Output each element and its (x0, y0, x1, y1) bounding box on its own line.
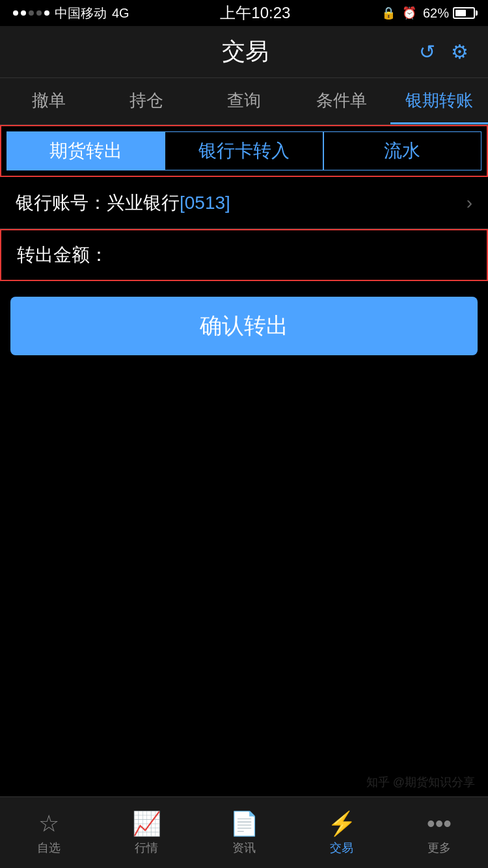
header-icons: ↺ ⚙ (419, 40, 468, 63)
sub-tabs: 期货转出 银行卡转入 流水 (0, 125, 488, 177)
bank-account-number: [0513] (180, 193, 230, 213)
more-icon: ••• (427, 810, 452, 837)
chart-icon: 📈 (132, 810, 161, 837)
battery-area: 62% (423, 6, 475, 21)
bank-prefix: 银行账号：兴业银行 (16, 193, 180, 213)
bottom-nav-行情[interactable]: 📈 行情 (98, 797, 195, 868)
amount-input[interactable] (108, 245, 471, 265)
star-icon: ☆ (38, 810, 59, 837)
watermark: 知乎 @期货知识分享 (366, 774, 475, 790)
network-label: 4G (112, 6, 129, 21)
battery-icon (453, 7, 475, 19)
bottom-nav-label-2: 资讯 (232, 840, 256, 856)
tab-查询[interactable]: 查询 (195, 78, 293, 124)
settings-button[interactable]: ⚙ (451, 40, 468, 63)
bottom-nav-label-4: 更多 (427, 840, 451, 856)
app-header: 交易 ↺ ⚙ (0, 26, 488, 78)
confirm-transfer-button[interactable]: 确认转出 (10, 297, 478, 355)
bottom-nav-label-3: 交易 (330, 840, 353, 856)
transfer-amount-row[interactable]: 转出金额： (0, 229, 488, 281)
bottom-nav-交易[interactable]: ⚡ 交易 (293, 797, 390, 868)
status-time: 上午10:23 (220, 3, 290, 23)
tab-银期转账[interactable]: 银期转账 (390, 78, 488, 124)
subtab-流水[interactable]: 流水 (323, 131, 481, 170)
trade-icon: ⚡ (327, 810, 357, 837)
chevron-right-icon: › (467, 193, 472, 213)
bank-account-row[interactable]: 银行账号：兴业银行[0513] › (0, 177, 488, 229)
bottom-nav-资讯[interactable]: 📄 资讯 (195, 797, 293, 868)
battery-percent: 62% (423, 6, 449, 21)
status-bar: 中国移动 4G 上午10:23 🔒 ⏰ 62% (0, 0, 488, 26)
bank-account-text: 银行账号：兴业银行[0513] (16, 191, 230, 215)
bottom-nav-自选[interactable]: ☆ 自选 (0, 797, 98, 868)
battery-fill (455, 10, 466, 16)
tab-持仓[interactable]: 持仓 (98, 78, 195, 124)
tab-条件单[interactable]: 条件单 (293, 78, 390, 124)
bottom-nav-label-1: 行情 (135, 840, 158, 856)
bottom-navigation: ☆ 自选 📈 行情 📄 资讯 ⚡ 交易 ••• 更多 (0, 796, 488, 868)
bottom-nav-更多[interactable]: ••• 更多 (390, 797, 488, 868)
status-right: 🔒 ⏰ 62% (381, 6, 475, 21)
news-icon: 📄 (230, 810, 259, 837)
page-title: 交易 (72, 36, 419, 68)
carrier-label: 中国移动 (55, 5, 107, 22)
subtab-期货转出[interactable]: 期货转出 (7, 131, 165, 170)
main-content: 银行账号：兴业银行[0513] › 转出金额： 确认转出 (0, 177, 488, 355)
alarm-icon: ⏰ (402, 6, 416, 20)
bottom-nav-label-0: 自选 (37, 840, 61, 856)
refresh-button[interactable]: ↺ (419, 40, 435, 63)
amount-label: 转出金额： (17, 243, 108, 267)
status-left: 中国移动 4G (13, 5, 129, 22)
subtab-银行卡转入[interactable]: 银行卡转入 (165, 131, 323, 170)
nav-tabs: 撤单 持仓 查询 条件单 银期转账 (0, 78, 488, 125)
tab-撤单[interactable]: 撤单 (0, 78, 98, 124)
lock-icon: 🔒 (381, 6, 396, 20)
signal-dots (13, 10, 49, 16)
